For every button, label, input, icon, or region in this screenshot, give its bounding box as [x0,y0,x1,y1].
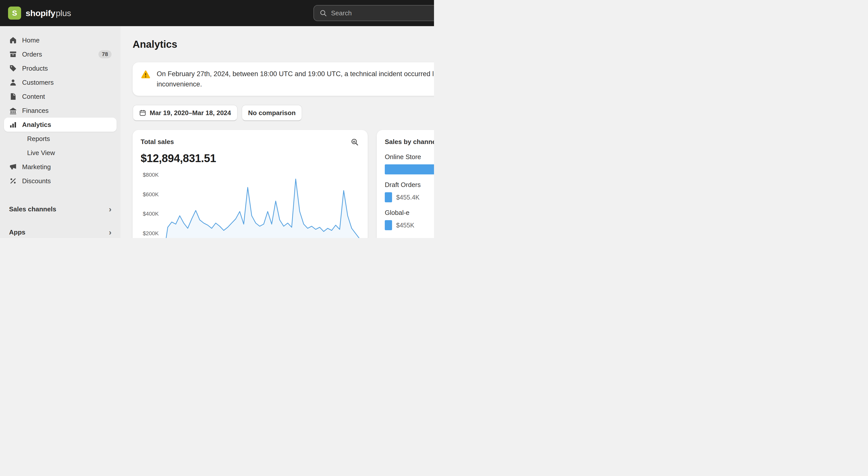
sidebar-section-sales-channels[interactable]: Sales channels › [4,202,117,216]
date-range-label: Mar 19, 2020–Mar 18, 2024 [150,109,231,117]
sidebar-item-label: Products [22,65,48,72]
sidebar-item-label: Marketing [22,163,51,171]
channel-name: Draft Orders [385,181,434,189]
sidebar-item-orders[interactable]: Orders 78 [4,47,117,61]
shopify-bag-icon: S [8,6,21,20]
marketing-icon [9,163,17,171]
chevron-right-icon: › [109,205,112,213]
main-content: Analytics Fullscreen On February 27th, 2… [121,26,434,238]
warning-icon [141,69,151,80]
total-sales-chart: $800K$600K$400K$200K$0 Mar 2020Jan 2021N… [141,172,360,238]
sidebar-item-label: Content [22,93,45,100]
y-axis: $800K$600K$400K$200K$0 [141,172,164,238]
sidebar-item-label: Reports [27,135,50,143]
section-label: Apps [9,229,25,236]
analytics-icon [9,121,17,129]
sidebar-item-content[interactable]: Content [4,89,117,103]
section-label: Sales channels [9,205,56,213]
discounts-icon [9,177,17,185]
search-icon [319,9,327,17]
channel-bar-list: Online Store $11.9M Draft Orders $455.4K… [385,153,434,238]
channel-row: Draft Orders $455.4K [385,181,434,202]
home-icon [9,36,17,44]
comparison-button[interactable]: No comparison [242,105,302,121]
banner-text: On February 27th, 2024, between 18:00 UT… [157,69,434,89]
sidebar-item-label: Customers [22,79,54,86]
metrics-grid: Total sales $12,894,831.51 $800K$600K$40… [133,130,434,238]
products-icon [9,64,17,72]
finances-icon [9,107,17,115]
sidebar-item-finances[interactable]: Finances [4,103,117,118]
content-icon [9,92,17,100]
sidebar-item-customers[interactable]: Customers [4,76,117,89]
total-sales-card: Total sales $12,894,831.51 $800K$600K$40… [133,130,368,238]
analytics-controls: Mar 19, 2020–Mar 18, 2024 No comparison … [133,105,434,121]
channel-bar[interactable] [385,220,392,230]
logo-wordmark: shopifyplus [26,8,71,18]
sidebar-item-label: Live View [27,149,55,157]
channel-name: Facebook & Instagram [385,237,434,238]
card-title[interactable]: Sales by channel [385,138,434,146]
calendar-icon [139,109,146,116]
sidebar-item-label: Home [22,36,39,44]
sidebar-item-discounts[interactable]: Discounts [4,174,117,188]
global-search[interactable]: ⌘ K [313,5,434,21]
sidebar-item-home[interactable]: Home [4,33,117,47]
card-title[interactable]: Total sales [141,138,174,146]
logo-brand-text: shopify [26,8,55,18]
orders-icon [9,50,17,58]
shopify-admin-app: S shopifyplus ⌘ K 6 Home Orders [0,0,434,238]
sidebar-item-label: Orders [22,51,42,58]
channel-value: $455K [396,222,414,229]
shopify-plus-logo[interactable]: S shopifyplus [8,6,71,20]
search-input[interactable] [331,9,434,17]
channel-row: Online Store $11.9M [385,153,434,174]
logo-plus-text: plus [56,8,71,18]
sidebar-item-reports[interactable]: Reports [4,132,117,146]
orders-count-badge: 78 [98,50,112,58]
top-bar: S shopifyplus ⌘ K 6 [0,0,434,26]
channel-row: Facebook & Instagram $21.8K [385,237,434,238]
metric-value: $12,894,831.51 [141,152,360,165]
channel-name: Online Store [385,153,434,161]
sidebar-nav: Home Orders 78 Products Customers Conten… [0,26,121,238]
sidebar-item-marketing[interactable]: Marketing [4,160,117,174]
channel-row: Global-e $455K [385,209,434,230]
chevron-right-icon: › [109,228,112,236]
line-chart-plot [164,172,360,238]
date-range-button[interactable]: Mar 19, 2020–Mar 18, 2024 [133,105,238,121]
page-header: Analytics Fullscreen [133,36,434,52]
customers-icon [9,79,17,86]
sidebar-item-label: Discounts [22,177,51,185]
sales-by-channel-card: Sales by channel Online Store $11.9M Dra… [377,130,434,238]
filter-controls: Mar 19, 2020–Mar 18, 2024 No comparison [133,105,302,121]
sidebar-item-label: Analytics [22,121,51,129]
view-report-icon[interactable] [350,137,360,147]
channel-value: $455.4K [396,194,420,201]
sidebar-item-live-view[interactable]: Live View [4,146,117,160]
sidebar-item-label: Finances [22,107,49,115]
page-title: Analytics [133,39,177,50]
channel-bar[interactable] [385,192,392,202]
sidebar-item-products[interactable]: Products [4,61,117,76]
channel-bar[interactable] [385,165,434,174]
sidebar-section-apps[interactable]: Apps › [4,225,117,238]
sidebar-item-analytics[interactable]: Analytics [4,118,117,132]
comparison-label: No comparison [248,109,296,117]
incident-warning-banner: On February 27th, 2024, between 18:00 UT… [133,62,434,96]
channel-name: Global-e [385,209,434,217]
